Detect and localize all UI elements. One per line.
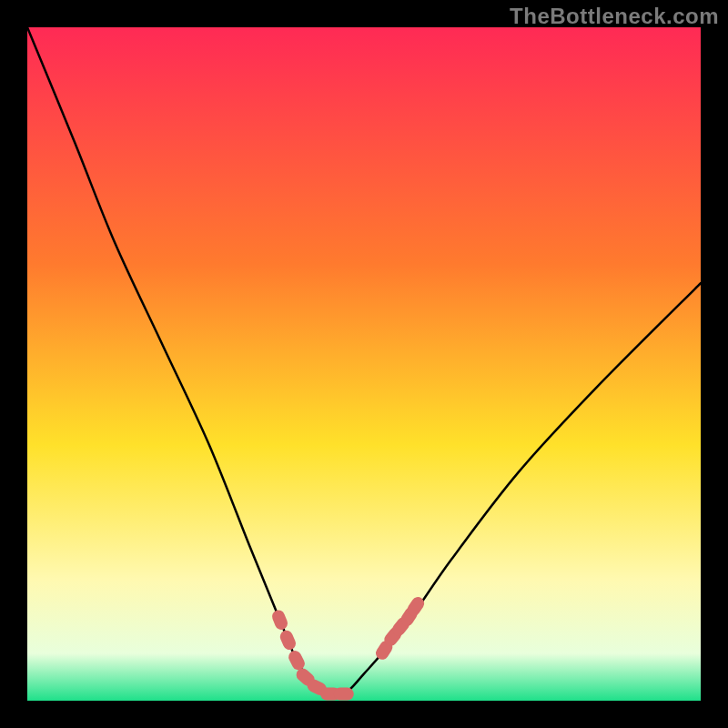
chart-frame: TheBottleneck.com xyxy=(0,0,728,728)
valley-marker xyxy=(334,688,354,701)
chart-plot-area xyxy=(27,27,701,701)
watermark-text: TheBottleneck.com xyxy=(510,4,719,29)
heatmap-background xyxy=(27,27,701,701)
chart-svg xyxy=(27,27,701,701)
